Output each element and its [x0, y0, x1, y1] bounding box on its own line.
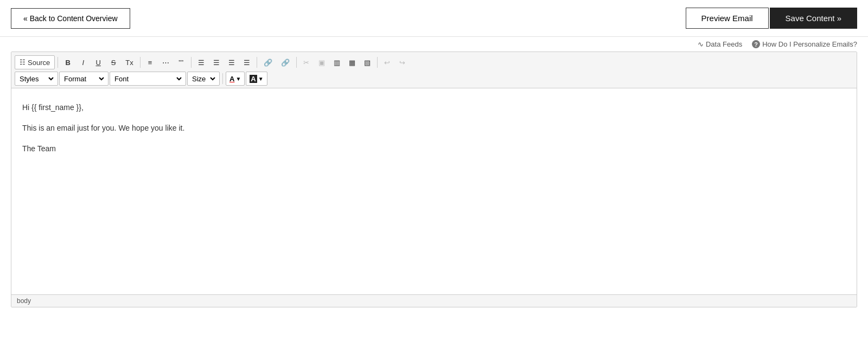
- email-line-2: This is an email just for you. We hope y…: [22, 122, 846, 135]
- cut-button[interactable]: ✂: [299, 55, 314, 69]
- size-dropdown[interactable]: Size 8 10 12 14 16 18: [187, 72, 220, 86]
- top-right-buttons: Preview Email Save Content »: [686, 8, 857, 29]
- bold-button[interactable]: B: [61, 55, 75, 69]
- save-content-button[interactable]: Save Content »: [770, 8, 857, 29]
- preview-email-button[interactable]: Preview Email: [686, 8, 769, 29]
- statusbar-tag: body: [17, 297, 31, 305]
- styles-select[interactable]: Styles: [17, 74, 55, 83]
- align-left-button[interactable]: ☰: [194, 55, 208, 69]
- top-bar: « Back to Content Overview Preview Email…: [0, 0, 868, 37]
- font-select[interactable]: Font Arial Times New Roman Verdana: [112, 74, 183, 83]
- email-line-3: The Team: [22, 143, 846, 156]
- font-color-chevron: ▼: [235, 76, 241, 82]
- question-icon: ?: [752, 40, 760, 48]
- size-select[interactable]: Size 8 10 12 14 16 18: [190, 74, 217, 83]
- source-doc-icon: ☷: [20, 59, 25, 66]
- font-color-label: A: [229, 75, 234, 83]
- personalize-link[interactable]: ? How Do I Personalize Emails?: [752, 40, 857, 48]
- back-button[interactable]: « Back to Content Overview: [11, 8, 130, 29]
- bg-color-button[interactable]: A ▼: [246, 72, 267, 86]
- format-select[interactable]: Format Paragraph Heading 1 Heading 2 Hea…: [62, 74, 106, 83]
- separator-3: [191, 57, 192, 68]
- data-feeds-link[interactable]: ∿ Data Feeds: [698, 40, 742, 48]
- align-justify-button[interactable]: ☰: [240, 55, 254, 69]
- ordered-list-button[interactable]: ⋯: [158, 55, 173, 69]
- separator-1: [58, 57, 58, 68]
- format-dropdown[interactable]: Format Paragraph Heading 1 Heading 2 Hea…: [59, 72, 108, 86]
- remove-link-button[interactable]: 🔗: [277, 55, 293, 69]
- editor-container: ☷ Source B I U S Tx ≡ ⋯ ”” ☰ ☰ ☰ ☰ 🔗 🔗 ✂…: [11, 52, 857, 307]
- data-feeds-label: Data Feeds: [706, 40, 742, 48]
- source-button[interactable]: ☷ Source: [15, 55, 55, 69]
- font-color-button[interactable]: A ▼: [226, 72, 245, 86]
- rss-icon: ∿: [698, 40, 704, 48]
- clear-format-button[interactable]: Tx: [122, 55, 137, 69]
- align-center-button[interactable]: ☰: [209, 55, 224, 69]
- bg-color-label: A: [250, 75, 257, 83]
- personalize-label: How Do I Personalize Emails?: [762, 40, 857, 48]
- separator-6: [377, 57, 378, 68]
- paste-button[interactable]: ▥: [330, 55, 344, 69]
- underline-button[interactable]: U: [91, 55, 105, 69]
- editor-content[interactable]: Hi {{ first_name }}, This is an email ju…: [11, 88, 857, 294]
- helper-bar: ∿ Data Feeds ? How Do I Personalize Emai…: [0, 37, 868, 52]
- strikethrough-button[interactable]: S: [106, 55, 120, 69]
- toolbar-row-1: ☷ Source B I U S Tx ≡ ⋯ ”” ☰ ☰ ☰ ☰ 🔗 🔗 ✂…: [15, 55, 853, 69]
- bg-color-chevron: ▼: [258, 76, 264, 82]
- separator-7: [222, 73, 223, 84]
- align-right-button[interactable]: ☰: [225, 55, 239, 69]
- redo-button[interactable]: ↪: [395, 55, 410, 69]
- paste-text-button[interactable]: ▦: [345, 55, 359, 69]
- unordered-list-button[interactable]: ≡: [143, 55, 157, 69]
- separator-4: [257, 57, 257, 68]
- blockquote-button[interactable]: ””: [174, 55, 188, 69]
- insert-link-button[interactable]: 🔗: [260, 55, 276, 69]
- toolbar: ☷ Source B I U S Tx ≡ ⋯ ”” ☰ ☰ ☰ ☰ 🔗 🔗 ✂…: [11, 52, 857, 88]
- copy-button[interactable]: ▣: [315, 55, 329, 69]
- toolbar-row-2: Styles Format Paragraph Heading 1 Headin…: [15, 72, 853, 86]
- font-dropdown[interactable]: Font Arial Times New Roman Verdana: [110, 72, 186, 86]
- undo-button[interactable]: ↩: [380, 55, 394, 69]
- separator-2: [140, 57, 141, 68]
- italic-button[interactable]: I: [76, 55, 90, 69]
- styles-dropdown[interactable]: Styles: [15, 72, 58, 86]
- separator-5: [296, 57, 297, 68]
- email-line-1: Hi {{ first_name }},: [22, 101, 846, 114]
- editor-statusbar: body: [11, 294, 857, 307]
- paste-word-button[interactable]: ▧: [360, 55, 374, 69]
